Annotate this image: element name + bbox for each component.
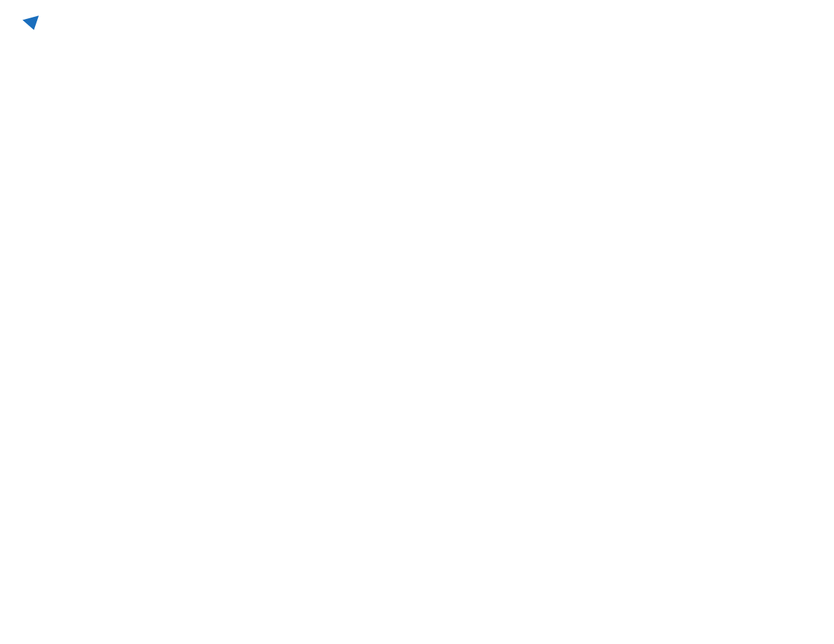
logo-blue-text <box>21 18 41 32</box>
page-header <box>21 14 813 32</box>
logo <box>21 14 41 32</box>
logo-triangle-icon <box>22 15 42 32</box>
